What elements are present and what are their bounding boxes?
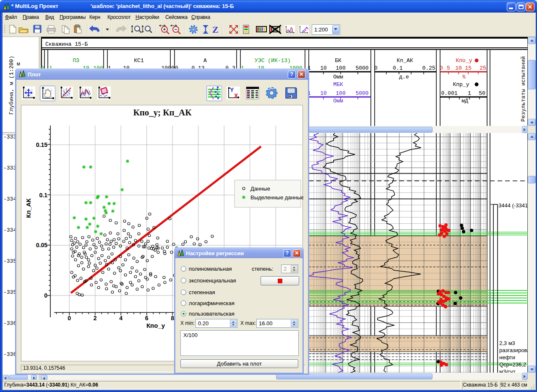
svg-text:Кпо_у; Кп_АК: Кпо_у; Кп_АК xyxy=(133,107,192,118)
svg-text:Омм: Омм xyxy=(333,74,343,80)
svg-text:0: 0 xyxy=(44,292,47,299)
svg-text:ПЗ: ПЗ xyxy=(73,57,79,64)
svg-text:10: 10 xyxy=(455,65,462,71)
svg-text:Z: Z xyxy=(212,24,219,35)
svg-text:X: X xyxy=(234,92,238,99)
svg-text:0.1: 0.1 xyxy=(393,65,403,71)
svg-text:Y: Y xyxy=(230,86,234,93)
svg-text:Кпо_у: Кпо_у xyxy=(146,322,165,329)
svg-text:50: 50 xyxy=(479,90,485,97)
svg-text:4: 4 xyxy=(119,315,123,321)
svg-text:Данные: Данные xyxy=(250,186,270,192)
svg-text:25: 25 xyxy=(480,65,486,71)
svg-text:5: 5 xyxy=(447,65,450,71)
svg-text:Омм: Омм xyxy=(333,98,343,104)
svg-text:Кп_АК: Кп_АК xyxy=(25,198,32,218)
svg-text:6: 6 xyxy=(145,315,149,321)
svg-text:0: 0 xyxy=(374,65,378,71)
svg-text:100: 100 xyxy=(336,65,345,71)
svg-text:0: 0 xyxy=(440,65,443,71)
svg-text:0.05: 0.05 xyxy=(36,242,47,248)
svg-text:Скважина 15-Б: Скважина 15-Б xyxy=(45,41,88,47)
svg-text:Qср=236,2: Qср=236,2 xyxy=(499,361,526,368)
svg-text:МБК: МБК xyxy=(333,81,343,88)
svg-text:БК: БК xyxy=(335,57,341,64)
svg-text:100: 100 xyxy=(336,90,345,97)
svg-text:КС1: КС1 xyxy=(134,57,144,64)
svg-text:2,3 м3: 2,3 м3 xyxy=(499,340,515,346)
svg-text:2: 2 xyxy=(94,315,97,321)
svg-text:0.25: 0.25 xyxy=(422,65,435,71)
svg-text:%: % xyxy=(462,74,466,80)
svg-text:А: А xyxy=(203,57,207,64)
svg-text:15: 15 xyxy=(465,65,472,71)
svg-text:0.15: 0.15 xyxy=(36,141,47,148)
svg-text:Результаты испытаний: Результаты испытаний xyxy=(520,56,527,122)
svg-text:1: 1 xyxy=(468,90,471,97)
svg-text:Кпр_у: Кпр_у xyxy=(453,81,469,88)
svg-text:мД: мД xyxy=(461,98,468,104)
svg-text:0.001: 0.001 xyxy=(441,90,457,97)
svg-text:д.е: д.е xyxy=(399,74,409,80)
svg-text:5000: 5000 xyxy=(355,65,368,71)
svg-text:3444 (-3341.7: 3444 (-3341.7 xyxy=(498,202,532,209)
svg-text:10: 10 xyxy=(320,90,327,97)
svg-text:УЭС (ИК-13): УЭС (ИК-13) xyxy=(255,57,291,64)
svg-text:Выделенные данные: Выделенные данные xyxy=(250,194,303,201)
svg-text:Кп_АК: Кп_АК xyxy=(396,57,413,64)
svg-text:10: 10 xyxy=(320,65,327,71)
svg-text:нефти: нефти xyxy=(499,354,515,361)
svg-text:Кпо_у: Кпо_у xyxy=(456,57,472,64)
svg-text:0.1: 0.1 xyxy=(39,192,48,199)
svg-text:5000: 5000 xyxy=(355,90,368,97)
svg-text:0: 0 xyxy=(68,315,71,321)
